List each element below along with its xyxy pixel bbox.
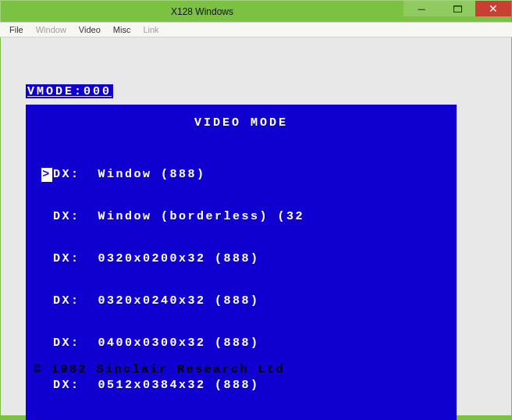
cursor-icon: >: [41, 168, 52, 182]
menu-file[interactable]: File: [3, 23, 30, 36]
window-controls: ─ ✕: [404, 1, 511, 16]
maximize-icon: [453, 5, 462, 12]
mode-label: DX: Window (888): [53, 168, 206, 182]
maximize-button[interactable]: [439, 1, 475, 16]
mode-label: DX: 0320x0200x32 (888): [53, 252, 260, 266]
menu-window[interactable]: Window: [30, 23, 73, 36]
emulator-viewport: VMODE:000 VIDEO MODE >DX: Window (888) D…: [0, 37, 512, 420]
mode-label: DX: 0400x0300x32 (888): [53, 336, 260, 351]
application-window: X128 Windows ─ ✕ File Window Video Misc …: [0, 0, 512, 420]
menu-video[interactable]: Video: [73, 23, 107, 36]
copyright-text: © 1982 Sinclair Research Ltd: [34, 364, 285, 376]
dialog-title: VIDEO MODE: [29, 117, 453, 129]
mode-row[interactable]: DX: 0320x0240x32 (888): [41, 294, 453, 308]
mode-label: DX: 0512x0384x32 (888): [53, 379, 260, 393]
menu-link[interactable]: Link: [137, 23, 165, 36]
close-button[interactable]: ✕: [475, 1, 511, 16]
mode-row[interactable]: DX: 0400x0300x32 (888): [41, 336, 453, 351]
mode-row[interactable]: DX: 0320x0200x32 (888): [41, 252, 453, 266]
window-title: X128 Windows: [1, 1, 404, 22]
svg-rect-0: [453, 5, 461, 12]
titlebar: X128 Windows ─ ✕: [0, 0, 512, 22]
menu-misc[interactable]: Misc: [107, 23, 137, 36]
minimize-button[interactable]: ─: [404, 1, 439, 16]
minimize-icon: ─: [418, 3, 425, 15]
mode-label: DX: 0320x0240x32 (888): [53, 294, 260, 308]
vmode-header: VMODE:000: [26, 84, 113, 98]
close-icon: ✕: [489, 2, 498, 15]
mode-list: >DX: Window (888) DX: Window (borderless…: [41, 140, 453, 420]
spectrum-screen[interactable]: VMODE:000 VIDEO MODE >DX: Window (888) D…: [21, 50, 491, 403]
mode-row[interactable]: DX: 0512x0384x32 (888): [41, 379, 453, 393]
menubar: File Window Video Misc Link: [0, 22, 512, 37]
mode-label: DX: Window (borderless) (32: [53, 210, 304, 224]
mode-row[interactable]: >DX: Window (888): [41, 168, 453, 182]
mode-row[interactable]: DX: Window (borderless) (32: [41, 210, 453, 224]
